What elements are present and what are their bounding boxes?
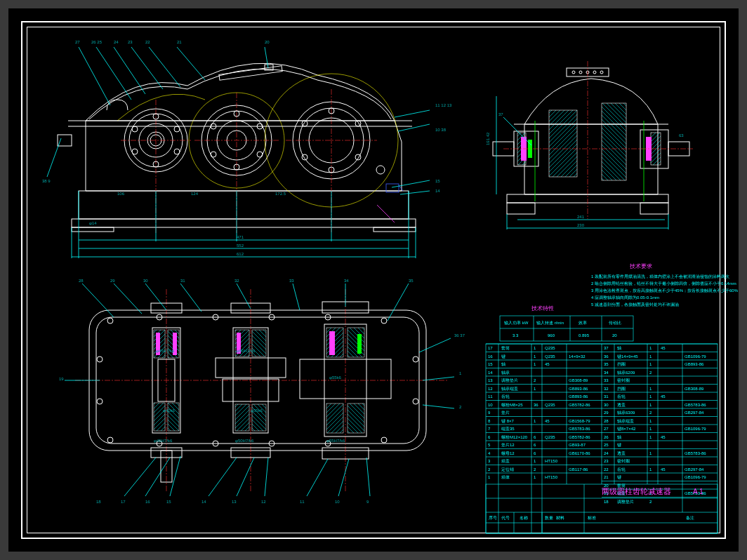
svg-text:1: 1 (488, 475, 491, 479)
svg-text:挡圈: 挡圈 (617, 387, 626, 391)
svg-text:1: 1 (649, 403, 652, 407)
svg-text:24: 24 (604, 451, 609, 455)
front-view: 106 124 172.5 471 552 612 φ14 (47, 47, 430, 258)
svg-text:2: 2 (649, 371, 652, 375)
svg-text:1: 1 (649, 387, 652, 391)
svg-text:HT150: HT150 (545, 459, 558, 463)
svg-text:箱盖: 箱盖 (501, 458, 510, 463)
svg-text:螺栓M8×25: 螺栓M8×25 (501, 403, 523, 407)
svg-text:3.3: 3.3 (513, 333, 519, 338)
svg-text:21: 21 (604, 475, 609, 479)
svg-text:37: 37 (498, 112, 503, 116)
svg-text:23: 23 (128, 40, 133, 44)
dim-124: 124 (191, 192, 199, 196)
svg-line-64 (149, 47, 180, 87)
svg-text:34: 34 (344, 279, 349, 283)
svg-point-89 (579, 71, 582, 74)
svg-text:垫片12: 垫片12 (501, 443, 515, 447)
svg-text:35: 35 (604, 362, 609, 366)
svg-rect-44 (58, 135, 72, 146)
front-dims (72, 191, 416, 258)
svg-text:32: 32 (234, 279, 239, 283)
svg-text:轴承6309: 轴承6309 (617, 411, 635, 415)
svg-line-188 (388, 284, 409, 321)
svg-text:2: 2 (649, 411, 652, 415)
svg-text:Q235: Q235 (545, 346, 555, 350)
svg-text:3: 3 (488, 459, 491, 463)
svg-text:27: 27 (75, 40, 80, 44)
svg-text:45: 45 (545, 362, 550, 366)
svg-text:端盖35: 端盖35 (501, 426, 515, 431)
svg-text:输入转速 r/min: 输入转速 r/min (536, 321, 564, 325)
svg-text:定位销: 定位销 (501, 467, 514, 472)
svg-rect-85 (507, 203, 535, 214)
svg-text:18: 18 (96, 500, 101, 504)
svg-text:键8×7×42: 键8×7×42 (616, 427, 636, 431)
svg-rect-1 (72, 219, 416, 227)
svg-line-184 (180, 284, 201, 312)
svg-text:轴承: 轴承 (501, 371, 510, 375)
svg-text:16: 16 (145, 500, 150, 504)
svg-line-71 (400, 191, 430, 194)
svg-line-62 (114, 47, 145, 94)
svg-text:36: 36 (604, 354, 609, 359)
svg-text:36 37: 36 37 (454, 333, 465, 338)
svg-text:36: 36 (534, 403, 538, 407)
svg-rect-163 (348, 404, 364, 433)
svg-text:22: 22 (604, 467, 609, 472)
svg-text:齿轮: 齿轮 (617, 394, 626, 399)
top-section-view: φ45H7/k6 φ50H7/k6 φ55k6 φ45H7/k6 φ50H7/k… (65, 284, 454, 496)
svg-rect-86 (640, 203, 668, 214)
svg-line-185 (237, 284, 251, 309)
svg-text:φ55k6: φ55k6 (251, 408, 263, 413)
svg-text:29: 29 (604, 411, 609, 415)
svg-text:调整垫片: 调整垫片 (501, 378, 518, 382)
svg-text:26: 26 (604, 435, 609, 439)
svg-text:0.895: 0.895 (579, 333, 590, 338)
svg-line-195 (170, 456, 180, 496)
svg-text:垫片: 垫片 (501, 411, 510, 415)
svg-point-128 (107, 437, 113, 443)
svg-text:1: 1 (534, 475, 536, 479)
svg-text:2: 2 (459, 405, 462, 409)
svg-text:45: 45 (661, 467, 666, 472)
svg-point-134 (97, 356, 103, 362)
svg-text:材料: 材料 (555, 516, 564, 520)
svg-rect-165 (329, 331, 335, 355)
svg-text:轴: 轴 (617, 346, 621, 350)
svg-text:2: 2 (649, 500, 652, 504)
svg-text:12: 12 (488, 387, 493, 391)
front-balloons: 27 26 25 24 23 22 21 20 11 12 13 10 38 1… (42, 40, 452, 193)
svg-text:17: 17 (488, 346, 493, 350)
svg-text:螺母12: 螺母12 (501, 451, 515, 455)
svg-point-122 (107, 318, 113, 324)
svg-text:35: 35 (409, 279, 414, 283)
svg-text:GB5783-86: GB5783-86 (685, 451, 706, 455)
svg-text:14×9×32: 14×9×32 (569, 354, 586, 359)
svg-point-16 (132, 149, 138, 154)
svg-text:13: 13 (488, 378, 493, 382)
svg-text:轴: 轴 (617, 435, 621, 439)
dim-phi14: φ14 (89, 221, 97, 225)
svg-point-92 (600, 71, 603, 74)
svg-text:1: 1 (649, 394, 652, 399)
svg-text:键: 键 (501, 354, 505, 359)
svg-text:14: 14 (488, 371, 493, 375)
svg-text:密封圈: 密封圈 (617, 458, 630, 463)
svg-point-136 (413, 356, 418, 362)
svg-text:2: 2 (534, 467, 536, 472)
svg-line-183 (145, 284, 166, 310)
svg-rect-154 (235, 404, 249, 431)
drawing-title: 两级圆柱齿轮减速器 (602, 487, 671, 495)
svg-text:1: 1 (534, 459, 536, 463)
svg-text:9: 9 (366, 500, 369, 504)
svg-text:GB6170-86: GB6170-86 (569, 451, 590, 455)
svg-point-135 (97, 399, 103, 404)
svg-text:11: 11 (300, 500, 305, 504)
svg-text:GB297-84: GB297-84 (685, 411, 704, 415)
svg-line-201 (366, 458, 370, 496)
svg-text:1: 1 (649, 419, 652, 423)
svg-text:63: 63 (679, 133, 684, 138)
svg-text:11: 11 (488, 394, 493, 399)
svg-text:3 用涂色法检查斑点，按齿高接触斑点不少于45%；按齿长接触: 3 用涂色法检查斑点，按齿高接触斑点不少于45%；按齿长接触斑点不少于60%，必… (591, 288, 739, 293)
